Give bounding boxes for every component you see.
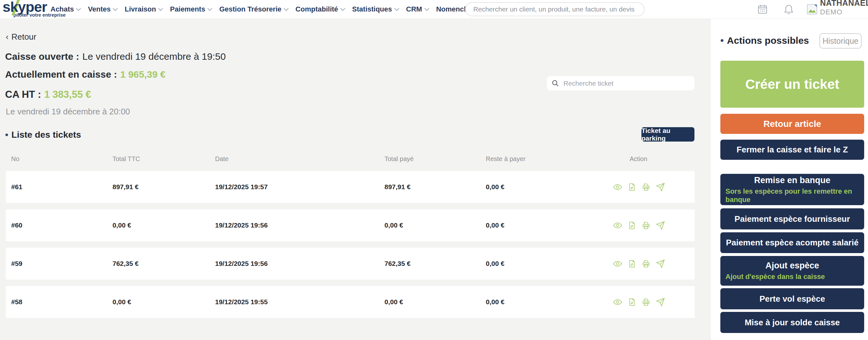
col-header-paye: Total payé xyxy=(384,155,413,163)
bank-deposit-label: Remise en banque xyxy=(720,176,864,185)
cell-reste: 0,00 € xyxy=(486,209,504,241)
pdf-icon[interactable] xyxy=(628,259,636,268)
topbar: skyper piloter votre entreprise Achats V… xyxy=(0,0,868,19)
bullet-decoration: • xyxy=(720,35,724,46)
cell-paye: 762,35 € xyxy=(384,248,411,280)
register-opened-line: Caisse ouverte :Le vendredi 19 décembre … xyxy=(5,51,226,62)
cell-date: 19/12/2025 19:55 xyxy=(215,286,268,318)
row-actions xyxy=(613,209,665,241)
history-button[interactable]: Historique xyxy=(819,33,862,49)
nav-item-achats[interactable]: Achats xyxy=(51,5,80,13)
chevron-down-icon xyxy=(158,6,163,11)
print-icon[interactable] xyxy=(642,298,650,306)
print-icon[interactable] xyxy=(642,183,650,191)
current-timestamp: Le vendredi 19 décembre à 20:00 xyxy=(6,107,130,117)
cell-ttc: 762,35 € xyxy=(113,248,139,280)
cell-reste: 0,00 € xyxy=(486,171,504,203)
chevron-down-icon xyxy=(394,6,399,11)
current-cash-label: Actuellement en caisse : xyxy=(5,69,117,80)
search-icon xyxy=(551,79,560,88)
cell-paye: 0,00 € xyxy=(384,286,403,318)
actions-title: •Actions possibles xyxy=(720,35,809,46)
bank-deposit-button[interactable]: Remise en banque Sors les espèces pour l… xyxy=(720,174,864,205)
col-header-reste: Reste à payer xyxy=(486,155,526,163)
current-cash-line: Actuellement en caisse :1 965,39 € xyxy=(5,69,165,80)
chevron-down-icon xyxy=(340,6,345,11)
avatar[interactable] xyxy=(806,3,818,17)
nav-item-ventes[interactable]: Ventes xyxy=(88,5,117,13)
user-name: NATHANAEL LUR xyxy=(820,0,868,8)
view-ticket-icon[interactable] xyxy=(613,298,622,307)
add-cash-subtext: Ajout d'espèce dans la caisse xyxy=(720,273,864,281)
logo-text: skyper xyxy=(3,0,47,14)
bell-icon[interactable] xyxy=(783,3,795,16)
calendar-icon[interactable] xyxy=(757,3,768,16)
nav-item-paiements[interactable]: Paiements xyxy=(170,5,212,13)
user-menu[interactable]: NATHANAEL LUR DEMO xyxy=(820,0,868,16)
view-ticket-icon[interactable] xyxy=(613,221,622,230)
chevron-down-icon xyxy=(283,6,288,11)
table-row[interactable]: #59 762,35 € 19/12/2025 19:56 762,35 € 0… xyxy=(6,248,695,280)
cell-date: 19/12/2025 19:57 xyxy=(215,171,268,203)
table-row[interactable]: #58 0,00 € 19/12/2025 19:55 0,00 € 0,00 … xyxy=(6,286,695,318)
main-nav: Achats Ventes Livraison Paiements Gestio… xyxy=(51,0,489,19)
print-icon[interactable] xyxy=(642,221,650,230)
table-row[interactable]: #61 897,91 € 19/12/2025 19:57 897,91 € 0… xyxy=(6,171,695,203)
col-header-ttc: Total TTC xyxy=(113,155,140,163)
supplier-cash-payment-button[interactable]: Paiement espèce fournisseur xyxy=(720,208,864,229)
cash-loss-button[interactable]: Perte vol espèce xyxy=(720,288,864,309)
send-icon[interactable] xyxy=(656,298,665,307)
ticket-parking-button[interactable]: Ticket au parking xyxy=(642,127,694,142)
view-ticket-icon[interactable] xyxy=(613,182,622,192)
add-cash-label: Ajout espèce xyxy=(720,261,864,271)
ca-ht-label: CA HT : xyxy=(5,89,41,100)
cell-ttc: 0,00 € xyxy=(113,286,131,318)
ticket-list-title: •Liste des tickets xyxy=(5,130,81,140)
cell-paye: 897,91 € xyxy=(384,171,411,203)
chevron-down-icon xyxy=(208,6,213,11)
nav-item-gestion-tresorerie[interactable]: Gestion Trésorerie xyxy=(219,5,288,13)
cell-reste: 0,00 € xyxy=(486,286,504,318)
return-article-button[interactable]: Retour article xyxy=(720,114,864,134)
send-icon[interactable] xyxy=(656,221,665,230)
close-register-button[interactable]: Fermer la caisse et faire le Z xyxy=(720,140,864,160)
send-icon[interactable] xyxy=(656,182,665,192)
chevron-down-icon xyxy=(113,6,118,11)
nav-item-statistiques[interactable]: Statistiques xyxy=(352,5,399,13)
table-row[interactable]: #60 0,00 € 19/12/2025 19:56 0,00 € 0,00 … xyxy=(6,209,695,241)
chevron-down-icon xyxy=(76,6,81,11)
nav-item-crm[interactable]: CRM xyxy=(406,5,429,13)
print-icon[interactable] xyxy=(642,259,650,268)
col-header-no: No xyxy=(11,155,20,163)
col-header-date: Date xyxy=(215,155,228,163)
ticket-search-box xyxy=(547,76,694,90)
actions-sidebar: •Actions possibles Historique Créer un t… xyxy=(710,19,868,340)
create-ticket-button[interactable]: Créer un ticket xyxy=(720,61,864,108)
row-actions xyxy=(613,286,665,318)
pdf-icon[interactable] xyxy=(628,221,636,230)
pdf-icon[interactable] xyxy=(628,298,636,306)
current-cash-value: 1 965,39 € xyxy=(120,69,165,80)
global-search-input[interactable] xyxy=(465,2,645,16)
cell-no: #60 xyxy=(11,209,22,241)
back-link[interactable]: ‹Retour xyxy=(6,32,36,42)
cell-ttc: 897,91 € xyxy=(113,171,139,203)
cash-register-page: skyper piloter votre entreprise Achats V… xyxy=(0,0,868,340)
employee-advance-payment-button[interactable]: Paiement espèce acompte salarié xyxy=(720,232,864,253)
ca-ht-line: CA HT :1 383,55 € xyxy=(5,89,91,100)
pdf-icon[interactable] xyxy=(628,183,636,191)
update-balance-button[interactable]: Mise à jour solde caisse xyxy=(720,312,864,333)
row-actions xyxy=(613,171,665,203)
cell-ttc: 0,00 € xyxy=(113,209,131,241)
cell-date: 19/12/2025 19:56 xyxy=(215,209,268,241)
nav-item-livraison[interactable]: Livraison xyxy=(125,5,162,13)
cell-date: 19/12/2025 19:56 xyxy=(215,248,268,280)
chevron-down-icon xyxy=(424,6,429,11)
send-icon[interactable] xyxy=(656,259,665,269)
cell-no: #61 xyxy=(11,171,22,203)
add-cash-button[interactable]: Ajout espèce Ajout d'espèce dans la cais… xyxy=(720,256,864,286)
cell-paye: 0,00 € xyxy=(384,209,403,241)
nav-item-comptabilite[interactable]: Comptabilité xyxy=(296,5,344,13)
ticket-search-input[interactable] xyxy=(563,79,690,88)
view-ticket-icon[interactable] xyxy=(613,259,622,269)
